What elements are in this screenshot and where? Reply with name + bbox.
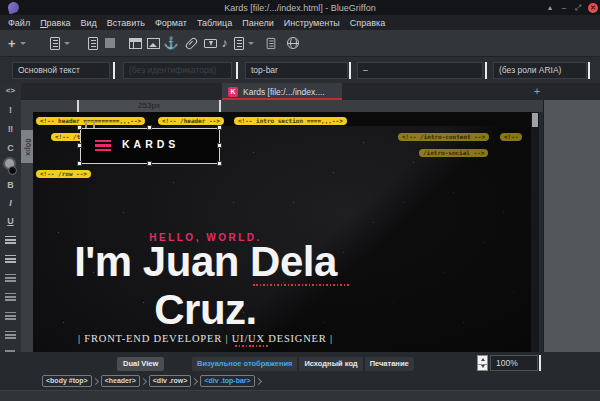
form-button[interactable]: [234, 37, 244, 50]
resize-handle[interactable]: [147, 161, 152, 166]
form-dropdown-icon[interactable]: [248, 42, 254, 45]
italic-icon[interactable]: I: [0, 198, 21, 208]
lang-field[interactable]: –: [357, 62, 483, 79]
breadcrumb-div-top-bar[interactable]: <div .top-bar>: [200, 375, 254, 387]
comment-pill[interactable]: <!-- /t: [51, 133, 83, 141]
new-document-dropdown-icon[interactable]: [64, 42, 70, 45]
link-button[interactable]: [184, 36, 198, 50]
bold-icon[interactable]: B: [0, 180, 21, 190]
print-mode-button[interactable]: Печатание: [365, 357, 414, 371]
breadcrumb-div-row[interactable]: <div .row>: [149, 375, 192, 387]
comment-pill[interactable]: /intro-social -->: [419, 149, 488, 157]
class-icon[interactable]: C: [0, 143, 21, 153]
save-button[interactable]: [105, 38, 115, 48]
breadcrumb-chevron-icon: [140, 377, 147, 384]
align-center-icon[interactable]: [5, 331, 16, 339]
properties-row: Основной текст (без идентификатора) top-…: [0, 57, 600, 83]
dual-view-button[interactable]: Dual View: [117, 357, 164, 371]
emphasis-icon[interactable]: !: [0, 105, 21, 115]
background-color-icon[interactable]: [8, 166, 17, 175]
scrollbar-thumb[interactable]: [532, 113, 538, 127]
zoom-field[interactable]: 100%: [490, 355, 538, 371]
source-mode-button[interactable]: Исходный код: [299, 357, 364, 371]
breadcrumb-chevron-icon: [92, 377, 99, 384]
outdent-icon[interactable]: [5, 293, 16, 301]
source-markup-icon[interactable]: <>: [0, 86, 21, 95]
resize-handle[interactable]: [147, 125, 152, 130]
separator[interactable]: [113, 62, 115, 79]
wysiwyg-canvas[interactable]: <!-- header ==========,,,--> <!-- /heade…: [33, 112, 531, 352]
left-toolbar: <> ! ‼ C B I U: [0, 83, 21, 390]
browser-preview-button[interactable]: [287, 37, 299, 49]
resize-handle[interactable]: [77, 125, 82, 130]
menu-format[interactable]: Формат: [150, 18, 192, 28]
separator[interactable]: [485, 62, 487, 79]
strong-icon[interactable]: ‼: [0, 124, 21, 134]
indent-icon[interactable]: [5, 274, 16, 282]
paragraph-format-select[interactable]: Основной текст: [12, 62, 110, 79]
id-field[interactable]: (без идентификатора): [123, 62, 232, 79]
menu-help[interactable]: Справка: [345, 18, 390, 28]
title-bar: Kards [file:/.../index.html] - BlueGriff…: [0, 0, 600, 15]
minimize-button[interactable]: –: [559, 3, 569, 13]
menu-view[interactable]: Вид: [76, 18, 102, 28]
new-document-button[interactable]: [50, 37, 60, 50]
comment-pill[interactable]: <!--: [500, 133, 522, 141]
align-left-icon[interactable]: [5, 312, 16, 320]
aria-role-field[interactable]: (без роли ARIA): [493, 62, 587, 79]
bottom-strip: [0, 390, 600, 401]
separator[interactable]: [349, 62, 351, 79]
selected-element[interactable]: KARDS: [80, 128, 220, 164]
menu-panels[interactable]: Панели: [237, 18, 278, 28]
tab-bar: K Kards [file:/.../index.... +: [0, 83, 600, 100]
numbered-list-icon[interactable]: [5, 255, 16, 263]
hero-title-line2: Cruz.: [33, 286, 378, 334]
selection-grip[interactable]: [85, 121, 95, 128]
comment-pill[interactable]: <!-- /header -->: [158, 117, 224, 125]
breadcrumb-body[interactable]: <body #top>: [42, 375, 92, 387]
insert-image-button[interactable]: [147, 38, 160, 49]
separator[interactable]: [236, 62, 238, 79]
menu-file[interactable]: Файл: [8, 18, 35, 28]
menu-insert[interactable]: Вставить: [102, 18, 150, 28]
breadcrumb-chevron-icon: [191, 377, 198, 384]
menu-tools[interactable]: Инструменты: [279, 18, 345, 28]
comment-pill[interactable]: <!-- /row -->: [36, 170, 91, 178]
video-button[interactable]: [204, 39, 217, 48]
new-tab-button[interactable]: +: [531, 85, 543, 97]
close-button[interactable]: ✕: [588, 3, 598, 13]
wysiwyg-mode-button[interactable]: Визуальное отображения: [192, 357, 299, 371]
main-toolbar: + ⚓ ♪: [0, 30, 600, 57]
insert-table-button[interactable]: [129, 38, 142, 49]
hamburger-menu-icon: [95, 140, 111, 151]
bluegriffon-window: Kards [file:/.../index.html] - BlueGriff…: [0, 0, 600, 401]
pin-icon[interactable]: ▴: [545, 3, 555, 13]
tab-favicon: K: [228, 87, 238, 97]
comment-pill[interactable]: <!-- /intro-content -->: [398, 133, 489, 141]
comment-pill[interactable]: <!-- intro section ====,,,-->: [234, 117, 347, 125]
resize-handle[interactable]: [217, 143, 222, 148]
resize-handle[interactable]: [217, 161, 222, 166]
anchor-button[interactable]: ⚓: [164, 37, 179, 49]
open-document-button[interactable]: [88, 37, 98, 50]
bullet-list-icon[interactable]: [5, 236, 16, 244]
class-field[interactable]: top-bar: [245, 62, 348, 79]
underline-icon[interactable]: U: [0, 216, 21, 226]
resize-handle[interactable]: [217, 125, 222, 130]
add-element-button[interactable]: +: [8, 36, 16, 51]
canvas-scrollbar[interactable]: [531, 112, 539, 352]
separator: [539, 355, 541, 371]
maximize-button[interactable]: ⤢: [573, 3, 583, 13]
breadcrumb-header[interactable]: <header>: [101, 375, 140, 387]
snippet-button[interactable]: [266, 37, 275, 48]
menu-edit[interactable]: Правка: [35, 18, 75, 28]
resize-handle[interactable]: [77, 143, 82, 148]
menu-table[interactable]: Таблица: [192, 18, 237, 28]
audio-button[interactable]: ♪: [222, 37, 228, 49]
separator[interactable]: [588, 62, 590, 79]
add-element-dropdown-icon[interactable]: [20, 42, 26, 45]
ruler-tick: [77, 100, 79, 112]
resize-handle[interactable]: [77, 161, 82, 166]
zoom-stepper[interactable]: [477, 355, 488, 371]
window-title: Kards [file:/.../index.html] - BlueGriff…: [0, 3, 600, 13]
